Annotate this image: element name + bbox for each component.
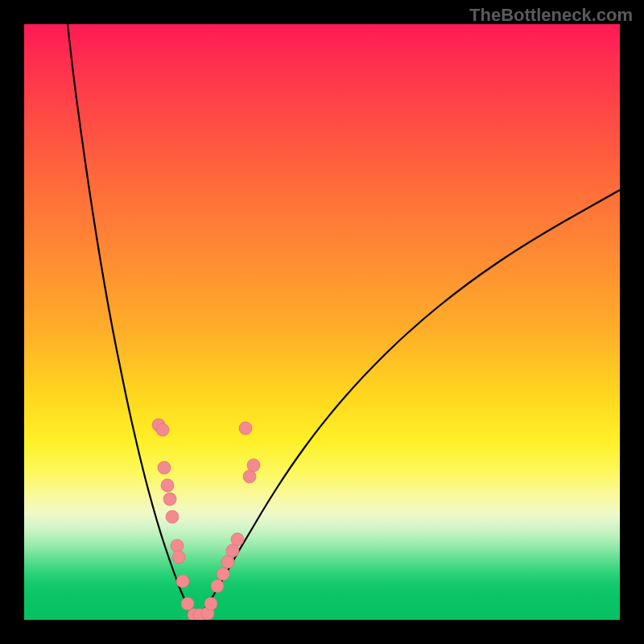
data-dot — [156, 423, 169, 436]
data-dot — [243, 470, 256, 483]
data-dot — [211, 580, 224, 592]
data-dots-group — [152, 419, 260, 620]
data-dot — [204, 597, 217, 610]
data-dot — [221, 555, 234, 568]
chart-svg — [24, 24, 620, 620]
curve-right-branch — [196, 190, 620, 619]
watermark-text: TheBottleneck.com — [469, 5, 633, 26]
data-dot — [161, 479, 174, 492]
data-dot — [166, 510, 179, 523]
data-dot — [158, 461, 171, 474]
data-dot — [226, 544, 239, 557]
data-dot — [239, 422, 252, 435]
data-dot — [217, 568, 229, 580]
plot-area — [24, 24, 620, 620]
curve-left-branch — [68, 24, 196, 619]
data-dot — [231, 533, 244, 546]
data-dot — [247, 459, 260, 472]
data-dot — [176, 575, 189, 588]
data-dot — [181, 597, 194, 610]
data-dot — [163, 493, 176, 506]
data-dot — [172, 551, 185, 564]
data-dot — [171, 539, 184, 552]
